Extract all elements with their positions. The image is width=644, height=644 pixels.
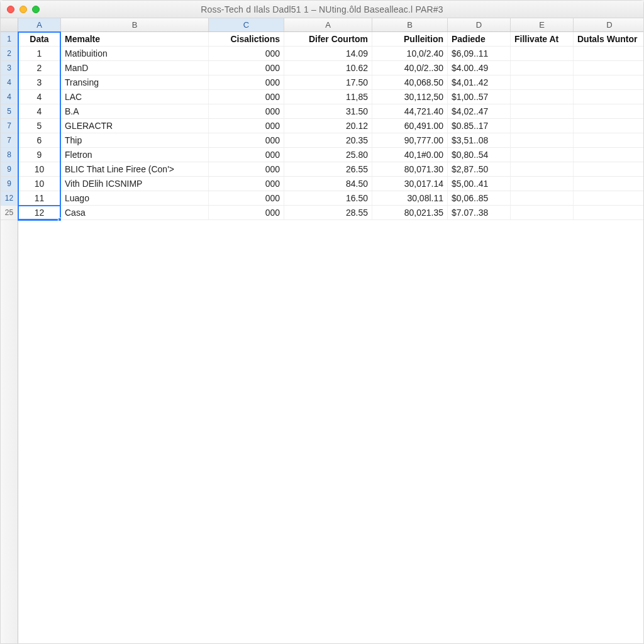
cell[interactable] [574,133,643,147]
row-header[interactable]: 2 [1,47,18,61]
cell[interactable]: 5 [18,119,61,133]
cell[interactable]: 11 [18,191,61,205]
cell[interactable]: 31.50 [284,104,372,118]
cell[interactable]: 10,0/2.40 [372,47,448,60]
row-header[interactable]: 7 [1,119,18,133]
cell[interactable] [511,104,574,118]
cell[interactable]: 11,85 [284,90,372,104]
row-header[interactable]: 25 [1,206,18,220]
cell[interactable] [511,90,574,104]
cell[interactable]: 000 [209,162,284,176]
cell[interactable]: $4,02..47 [448,104,511,118]
cell[interactable]: 1 [18,47,61,60]
cell[interactable] [511,177,574,191]
cell[interactable] [574,148,643,162]
cell[interactable] [511,206,574,219]
cell[interactable] [574,47,643,60]
cell[interactable]: 000 [209,104,284,118]
header-cell[interactable]: Cisalictions [209,32,284,46]
col-header[interactable]: B [372,18,448,31]
cell[interactable]: Matibuition [61,47,209,60]
cell[interactable] [511,133,574,147]
cell[interactable]: Fletron [61,148,209,162]
col-header[interactable]: E [511,18,574,31]
cell[interactable]: 20.35 [284,133,372,147]
cell-grid[interactable]: Data Memalte Cisalictions Difer Courtom … [18,32,643,643]
cell[interactable]: 4 [18,104,61,118]
cell[interactable]: 000 [209,119,284,133]
cell[interactable]: Vith DElih ICSNIMP [61,177,209,191]
row-header[interactable]: 9 [1,162,18,177]
cell[interactable]: 40,0/2..30 [372,61,448,75]
col-header[interactable]: A [18,18,61,31]
cell[interactable]: 84.50 [284,177,372,191]
row-header[interactable]: 4 [1,75,18,90]
cell[interactable]: 000 [209,148,284,162]
cell[interactable]: $0.85..17 [448,119,511,133]
cell[interactable]: 000 [209,75,284,89]
cell[interactable] [511,119,574,133]
cell[interactable] [511,162,574,176]
cell[interactable] [574,162,643,176]
cell[interactable] [574,119,643,133]
row-header[interactable]: 12 [1,191,18,206]
cell[interactable] [574,177,643,191]
cell[interactable]: $5,00..41 [448,177,511,191]
select-all-corner[interactable] [1,18,18,31]
cell[interactable]: $0,80..54 [448,148,511,162]
cell[interactable]: 44,721.40 [372,104,448,118]
cell[interactable]: $0,06..85 [448,191,511,205]
cell[interactable]: 80,071.30 [372,162,448,176]
cell[interactable]: Thip [61,133,209,147]
col-header[interactable]: A [284,18,372,31]
cell[interactable]: 000 [209,90,284,104]
cell[interactable]: 90,777.00 [372,133,448,147]
cell[interactable] [574,191,643,205]
row-header[interactable]: 3 [1,61,18,75]
row-header[interactable]: 1 [1,32,18,47]
cell[interactable]: B.A [61,104,209,118]
cell[interactable]: 000 [209,177,284,191]
cell[interactable] [511,191,574,205]
cell[interactable]: LAC [61,90,209,104]
cell[interactable] [574,206,643,219]
titlebar[interactable]: Ross-Tech d Ilals Dadl51 1 – NUting.ôld … [1,1,643,18]
cell[interactable]: 000 [209,133,284,147]
header-cell[interactable]: Difer Courtom [284,32,372,46]
col-header[interactable]: D [448,18,511,31]
cell[interactable]: $4.00..49 [448,61,511,75]
header-cell[interactable]: Padiede [448,32,511,46]
cell[interactable] [511,148,574,162]
cell[interactable]: Luago [61,191,209,205]
cell[interactable]: $7.07..38 [448,206,511,219]
cell[interactable]: $3,51..08 [448,133,511,147]
col-header[interactable]: C [209,18,284,31]
cell[interactable]: 000 [209,206,284,219]
cell[interactable]: 30,017.14 [372,177,448,191]
cell[interactable]: 000 [209,61,284,75]
cell[interactable]: Casa [61,206,209,219]
col-header[interactable]: D [574,18,643,31]
cell[interactable]: 9 [18,148,61,162]
cell[interactable]: 10.62 [284,61,372,75]
cell[interactable]: 17.50 [284,75,372,89]
header-cell[interactable]: Memalte [61,32,209,46]
cell[interactable]: ManD [61,61,209,75]
cell[interactable]: Transing [61,75,209,89]
cell[interactable]: BLIC That Line Firee (Con'> [61,162,209,176]
cell[interactable]: 000 [209,191,284,205]
row-header[interactable]: 5 [1,104,18,119]
row-header[interactable]: 4 [1,90,18,104]
cell[interactable] [511,61,574,75]
header-cell[interactable]: Dutals Wuntor [574,32,643,46]
cell[interactable]: 80,021.35 [372,206,448,219]
cell[interactable]: 10 [18,177,61,191]
cell[interactable] [574,61,643,75]
cell[interactable]: 26.55 [284,162,372,176]
row-header[interactable]: 7 [1,133,18,148]
cell[interactable]: 14.09 [284,47,372,60]
header-cell[interactable]: Fillivate At [511,32,574,46]
cell[interactable]: 16.50 [284,191,372,205]
close-icon[interactable] [7,6,14,13]
cell[interactable]: 12 [18,206,61,219]
